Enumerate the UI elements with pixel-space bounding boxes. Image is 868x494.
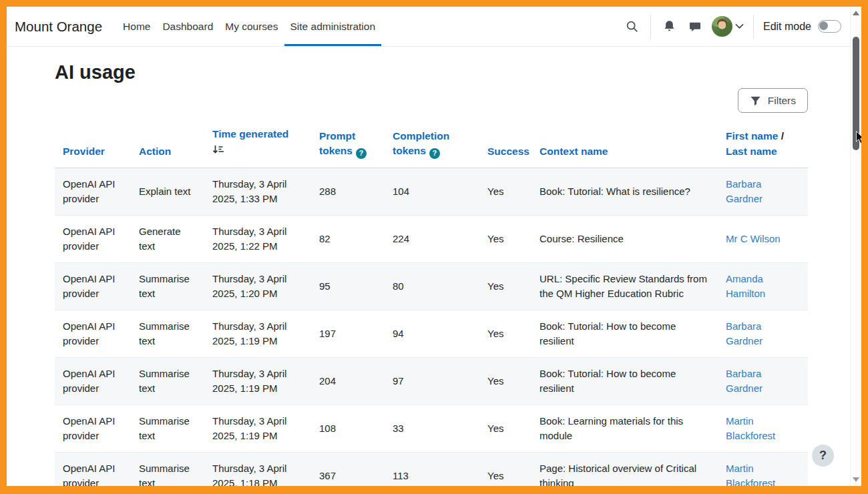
cell-prompt-tokens: 367 [311,462,385,486]
table-row: OpenAI API provider Generate text Thursd… [55,216,808,263]
app-window: Mount Orange Home Dashboard My courses S… [7,7,861,486]
cell-action: Explain text [131,178,204,206]
cell-context-name: Book: Tutorial: What is resilience? [531,178,718,206]
cell-prompt-tokens: 108 [311,415,385,443]
filters-row: Filters [55,88,808,113]
sort-last-name-link[interactable]: Last name [726,146,777,157]
cell-success: Yes [479,225,531,253]
table-row: OpenAI API provider Explain text Thursda… [55,168,808,216]
cell-completion-tokens: 224 [385,225,479,253]
column-header-context-name: Context name [531,144,718,168]
cell-user-name: Barbara Gardner [718,360,808,403]
user-link[interactable]: Barbara Gardner [726,178,763,204]
cell-prompt-tokens: 82 [311,225,385,253]
cell-context-name: Page: Historical overview of Critical th… [531,455,718,486]
edit-mode-toggle[interactable] [818,20,841,33]
cell-completion-tokens: 33 [385,415,479,443]
column-header-completion-tokens: Completion tokens? [385,129,479,168]
user-avatar[interactable] [712,16,732,37]
filters-button[interactable]: Filters [738,88,808,113]
cell-user-name: Martin Blackforest [718,455,808,486]
cell-time-generated: Thursday, 3 April 2025, 1:19 PM [204,407,311,450]
cell-time-generated: Thursday, 3 April 2025, 1:22 PM [204,218,311,260]
cell-completion-tokens: 97 [385,367,479,395]
cell-context-name: Course: Resilience [531,225,718,253]
completion-tokens-help-icon[interactable]: ? [429,148,440,159]
cell-prompt-tokens: 197 [311,320,385,348]
navbar-actions: Edit mode [619,15,841,39]
top-navbar: Mount Orange Home Dashboard My courses S… [7,7,861,47]
cell-success: Yes [479,178,531,206]
cell-success: Yes [479,367,531,395]
scrollbar-up-arrow-icon[interactable] [853,11,859,15]
column-header-provider[interactable]: Provider [55,144,131,168]
cell-provider: OpenAI API provider [55,170,131,213]
user-link[interactable]: Barbara Gardner [726,320,763,346]
help-fab-button[interactable]: ? [812,445,834,467]
cell-user-name: Amanda Hamilton [718,265,808,308]
column-header-name: First name / Last name [718,129,808,168]
cell-completion-tokens: 94 [385,320,479,348]
cell-user-name: Martin Blackforest [718,407,808,450]
vertical-scrollbar[interactable] [850,7,861,486]
edit-mode-label: Edit mode [763,21,811,33]
cell-action: Summarise text [131,360,204,403]
user-link[interactable]: Martin Blackforest [726,415,775,441]
cell-prompt-tokens: 288 [311,178,385,206]
cell-user-name: Barbara Gardner [718,312,808,355]
cell-completion-tokens: 113 [385,462,479,486]
scrollbar-thumb[interactable] [853,37,859,150]
cell-action: Summarise text [131,407,204,450]
cell-success: Yes [479,320,531,348]
user-link[interactable]: Amanda Hamilton [726,273,765,299]
cell-provider: OpenAI API provider [55,218,131,260]
cell-user-name: Barbara Gardner [718,170,808,213]
table-row: OpenAI API provider Summarise text Thurs… [55,310,808,358]
cell-time-generated: Thursday, 3 April 2025, 1:20 PM [204,265,311,308]
table-row: OpenAI API provider Summarise text Thurs… [55,358,808,405]
search-icon[interactable] [619,19,645,33]
navbar-divider [753,15,754,39]
sort-first-name-link[interactable]: First name [726,130,778,142]
sort-descending-icon[interactable] [212,144,303,159]
ai-usage-table: Provider Action Time generated Prompt to… [55,121,808,486]
main-content: AI usage Filters Provider Action Time ge… [7,60,861,486]
prompt-tokens-help-icon[interactable]: ? [356,148,367,159]
user-menu-chevron-down-icon[interactable] [732,23,748,29]
table-row: OpenAI API provider Summarise text Thurs… [55,453,808,486]
column-header-action[interactable]: Action [131,144,204,168]
edit-mode-control: Edit mode [763,20,841,33]
column-header-prompt-tokens: Prompt tokens? [311,129,385,168]
cell-time-generated: Thursday, 3 April 2025, 1:18 PM [204,455,311,486]
nav-item-dashboard[interactable]: Dashboard [156,7,219,46]
column-header-time-generated[interactable]: Time generated [204,127,311,168]
page-title: AI usage [55,60,808,84]
cell-time-generated: Thursday, 3 April 2025, 1:19 PM [204,312,311,355]
cell-completion-tokens: 104 [385,178,479,206]
cell-provider: OpenAI API provider [55,265,131,308]
cell-time-generated: Thursday, 3 April 2025, 1:33 PM [204,170,311,213]
cell-context-name: Book: Learning materials for this module [531,407,718,450]
scrollbar-down-arrow-icon[interactable] [853,477,859,482]
cell-success: Yes [479,415,531,443]
cell-provider: OpenAI API provider [55,312,131,355]
cell-action: Summarise text [131,265,204,308]
user-link[interactable]: Barbara Gardner [726,368,763,394]
filters-button-label: Filters [768,95,796,107]
cell-context-name: URL: Specific Review Standards from the … [531,265,718,308]
nav-item-site-administration[interactable]: Site administration [284,7,382,46]
cell-time-generated: Thursday, 3 April 2025, 1:19 PM [204,360,311,403]
cell-provider: OpenAI API provider [55,407,131,450]
site-brand[interactable]: Mount Orange [15,19,102,35]
user-link[interactable]: Martin Blackforest [726,463,775,486]
user-link[interactable]: Mr C Wilson [726,233,781,244]
nav-item-home[interactable]: Home [117,7,156,46]
column-header-success[interactable]: Success [479,144,531,168]
messages-icon[interactable] [682,20,708,33]
nav-item-my-courses[interactable]: My courses [219,7,284,46]
cell-context-name: Book: Tutorial: How to become resilient [531,360,718,403]
cell-success: Yes [479,272,531,300]
notifications-bell-icon[interactable] [656,19,682,33]
cell-action: Summarise text [131,455,204,486]
table-header-row: Provider Action Time generated Prompt to… [55,121,808,168]
